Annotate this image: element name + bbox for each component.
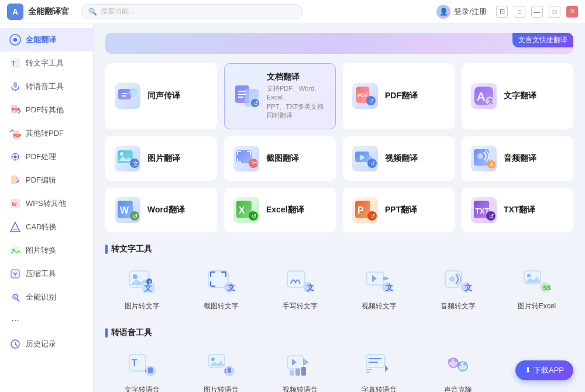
card-text-translate[interactable]: A 文 文字翻译 [462,63,573,129]
titlebar: A 全能翻译官 🔍 搜索功能... 👤 登录/注册 ⊡ ≡ — □ ✕ [0,0,585,23]
img-to-excel-icon: S$ [522,266,552,297]
svg-point-47 [120,152,123,156]
word-translate-title: Word翻译 [147,205,185,215]
sidebar-item-pdf-to-other[interactable]: PDF PDF转其他 [0,98,93,122]
history-icon [9,338,21,350]
card-doc-translate[interactable]: ↺ 文档翻译 支持PDF、Word、Excel、PPT、TXT多类文档同时翻译 [224,63,336,129]
excel-translate-icon: X ↺ [233,197,259,223]
card-word-translate[interactable]: W ↺ Word翻译 [105,188,217,232]
svg-text:文: 文 [307,283,314,292]
minimize-button[interactable]: — [531,6,543,18]
tool-screenshot-to-text[interactable]: 文 截图转文字 [184,262,257,316]
video-to-text-icon: 文 [364,266,394,297]
tool-audio-to-text[interactable]: 文 音频转文字 [421,262,494,316]
search-bar[interactable]: 🔍 搜索功能... [81,4,303,19]
feedback-button[interactable]: ⊡ [496,6,508,18]
sidebar-item-pdf-process[interactable]: PDF处理 [0,145,93,169]
svg-text:A: A [490,161,494,168]
ocr-icon [9,291,21,303]
card-sync-translate[interactable]: ))) 同声传译 [105,63,217,129]
svg-point-23 [14,295,16,298]
maximize-button[interactable]: □ [549,6,560,18]
search-placeholder: 搜索功能... [101,6,135,16]
sidebar-item-pdf-edit[interactable]: PDF编辑 [0,169,93,192]
svg-line-24 [17,299,19,301]
sidebar-item-wps[interactable]: W WPS转其他 [0,192,93,215]
sidebar-item-voice-tool[interactable]: 转语音工具 [0,75,93,98]
sidebar-item-all[interactable]: 全能翻译 [0,28,93,51]
tool-img-to-text[interactable]: 文 文 图片转文字 [105,262,178,316]
img-to-voice-icon [206,350,236,380]
svg-rect-122 [228,367,231,373]
tool-text-to-voice[interactable]: T 文字转语音 [105,345,178,392]
svg-point-135 [448,359,452,362]
sidebar-item-pdf-to-other-label: PDF转其他 [26,105,64,115]
tool-img-to-excel[interactable]: S$ 图片转Excel [500,262,573,316]
card-screenshot-translate[interactable]: ✂ 截图翻译 [224,136,336,181]
svg-text:))): ))) [132,90,137,96]
card-ppt-translate[interactable]: P ↺ PPT翻译 [343,188,455,232]
img-to-voice-label: 图片转语音 [204,385,239,392]
tool-subtitle-to-voice[interactable]: 字幕转语音 [342,345,415,392]
tool-video-to-voice[interactable]: 视频转语音 [263,345,336,392]
doc-translate-title: 文档翻译 [267,72,326,82]
img-to-excel-label: 图片转Excel [518,301,556,311]
svg-point-85 [133,274,137,279]
audio-to-text-icon: 文 [443,266,473,297]
tool-voice-clone[interactable]: 声音克隆 [421,345,494,392]
svg-rect-4 [13,82,17,88]
user-login-button[interactable]: 👤 登录/注册 [436,5,487,19]
svg-point-11 [14,156,17,159]
tool-img-to-voice[interactable]: 图片转语音 [184,345,257,392]
video-to-voice-icon [285,350,315,380]
sidebar-item-cad[interactable]: CAD转换 [0,215,93,239]
svg-rect-128 [301,367,306,376]
user-avatar: 👤 [436,5,450,19]
video-translate-title: 视频翻译 [385,153,418,164]
video-to-voice-label: 视频转语音 [283,385,318,392]
subtitle-to-voice-icon [364,350,394,380]
svg-text:文: 文 [488,98,493,104]
card-video-translate[interactable]: ↺ 视频翻译 [343,136,455,181]
card-txt-translate[interactable]: TXT ↺ TXT翻译 [462,188,573,232]
tool-video-to-text[interactable]: 文 视频转文字 [342,262,415,316]
svg-text:✂: ✂ [252,158,258,167]
svg-text:↺: ↺ [370,213,375,219]
svg-text:P: P [357,205,364,215]
sidebar-item-ocr[interactable]: 全能识别 [0,286,93,309]
svg-text:W: W [12,201,17,207]
sidebar-item-compress[interactable]: 压缩工具 [0,262,93,286]
img-to-text-icon: 文 文 [127,266,157,297]
svg-point-1 [13,38,17,42]
svg-rect-99 [287,271,305,287]
screenshot-to-text-icon: 文 [206,266,236,297]
sidebar-item-text-tool[interactable]: T 转文字工具 [0,51,93,75]
svg-text:文: 文 [464,283,472,292]
top-badge[interactable]: 文言文快捷翻译 [512,33,573,47]
video-to-text-label: 视频转文字 [362,301,397,311]
sidebar-item-voice-tool-label: 转语音工具 [26,81,64,92]
tool-handwrite-to-text[interactable]: 文 手写转文字 [263,262,336,316]
sidebar-item-more[interactable]: ··· [0,309,93,332]
download-app-button[interactable]: ⬇ 下载APP [515,360,573,380]
text-tools-grid: 文 文 图片转文字 [105,262,573,316]
all-translate-icon [9,34,21,46]
close-button[interactable]: ✕ [566,6,578,18]
card-excel-translate[interactable]: X ↺ Excel翻译 [224,188,336,232]
sidebar-item-img-convert[interactable]: 图片转换 [0,239,93,262]
pdf-to-other-icon: PDF [9,104,21,116]
card-audio-translate[interactable]: A 音频翻译 [462,136,573,181]
sidebar-item-other-to-pdf[interactable]: PDF 其他转PDF [0,122,93,145]
img-to-text-label: 图片转文字 [125,301,160,311]
text-to-voice-label: 文字转语音 [125,385,160,392]
card-pdf-translate[interactable]: PDF ↺ PDF翻译 [343,63,455,129]
card-img-translate[interactable]: 文 图片翻译 [105,136,217,181]
sidebar-item-history[interactable]: 历史记录 [0,332,93,356]
svg-point-136 [454,359,457,362]
titlebar-right: 👤 登录/注册 ⊡ ≡ — □ ✕ [436,5,578,19]
compress-icon [9,268,21,280]
text-tool-icon: T [9,57,21,69]
sidebar-item-img-convert-label: 图片转换 [26,245,56,256]
menu-button[interactable]: ≡ [514,6,525,18]
txt-translate-icon: TXT ↺ [471,197,497,223]
